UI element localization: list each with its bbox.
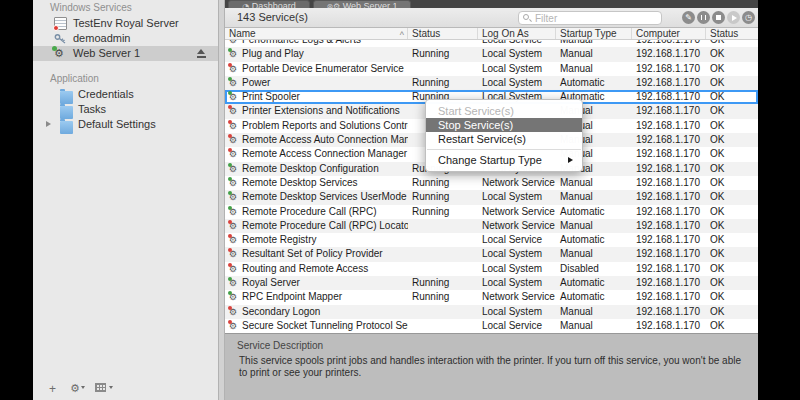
- sidebar-item-label: Default Settings: [78, 118, 156, 130]
- sidebar-item-default-settings[interactable]: Default Settings: [33, 117, 218, 132]
- health-cell: OK: [706, 90, 758, 104]
- service-name: Remote Desktop Services: [242, 177, 358, 188]
- table-row[interactable]: ⚙Remote Procedure Call (RPC)RunningNetwo…: [225, 205, 758, 219]
- sidebar-item-label: Web Server 1: [73, 47, 140, 59]
- table-row[interactable]: ⚙Remote Desktop ServicesRunningNetwork S…: [225, 176, 758, 190]
- pause-button[interactable]: [697, 11, 710, 24]
- service-name: Remote Access Auto Connection Manager: [242, 134, 408, 145]
- service-gear-icon: ⚙: [229, 233, 242, 247]
- sidebar-item-credentials[interactable]: Credentials: [33, 87, 218, 102]
- pause-icon: [701, 15, 706, 20]
- status-cell: Running: [408, 47, 478, 61]
- stop-button[interactable]: [712, 11, 725, 24]
- health-cell: OK: [706, 205, 758, 219]
- log-on-as-cell: Local System: [478, 62, 556, 76]
- table-row[interactable]: ⚙Royal ServerRunningLocal SystemAutomati…: [225, 276, 758, 290]
- sidebar-splitter[interactable]: [218, 0, 225, 400]
- service-name-cell: ⚙Remote Desktop Configuration: [225, 162, 408, 176]
- service-gear-icon: ⚙: [229, 147, 242, 161]
- startup-type-cell: Automatic: [556, 233, 632, 247]
- column-header-computer-name[interactable]: Computer Name: [632, 28, 706, 39]
- table-row[interactable]: ⚙Remote Procedure Call (RPC) LocatorNetw…: [225, 219, 758, 233]
- gear-menu-button[interactable]: ⚙: [70, 382, 80, 396]
- service-name-cell: ⚙Routing and Remote Access: [225, 262, 408, 276]
- status-cell: [408, 62, 478, 76]
- menu-item-start-service[interactable]: Start Service(s): [426, 104, 582, 118]
- table-row[interactable]: ⚙Routing and Remote AccessLocal SystemDi…: [225, 262, 758, 276]
- table-row[interactable]: ⚙Plug and PlayRunningLocal SystemManual1…: [225, 47, 758, 61]
- table-row[interactable]: ⚙Remote Desktop Services UserMode Por...…: [225, 190, 758, 204]
- status-cell: Running: [408, 276, 478, 290]
- column-header-name[interactable]: Name ^: [225, 28, 408, 39]
- service-name: Secondary Logon: [242, 306, 320, 317]
- menu-item-change-startup-type[interactable]: Change Startup Type: [426, 153, 582, 167]
- start-button[interactable]: [727, 11, 740, 24]
- tab-bar: ◔ Dashboard ⊗⚙ Web Server 1: [225, 0, 758, 8]
- tab-web-server-1[interactable]: ⊗⚙ Web Server 1: [313, 0, 411, 8]
- computer-name-cell: 192.168.1.170: [632, 205, 706, 219]
- computer-name-cell: 192.168.1.170: [632, 276, 706, 290]
- log-on-as-cell: Local Service: [478, 40, 556, 47]
- service-name: Secure Socket Tunneling Protocol Service: [242, 320, 408, 331]
- refresh-button[interactable]: ◷: [742, 11, 755, 24]
- sidebar-item-label: demoadmin: [73, 32, 130, 44]
- table-row[interactable]: ⚙Performance Logs & AlertsLocal ServiceM…: [225, 40, 758, 47]
- health-cell: OK: [706, 76, 758, 90]
- service-name-cell: ⚙Printer Extensions and Notifications: [225, 104, 408, 118]
- startup-type-cell: Disabled: [556, 262, 632, 276]
- table-row[interactable]: ⚙Resultant Set of Policy ProviderLocal S…: [225, 247, 758, 261]
- service-name-cell: ⚙Remote Procedure Call (RPC) Locator: [225, 219, 408, 233]
- edit-button[interactable]: ✎: [682, 11, 695, 24]
- tab-dashboard[interactable]: ◔ Dashboard: [228, 0, 310, 8]
- column-header-status[interactable]: Status: [408, 28, 478, 39]
- menu-item-stop-service[interactable]: Stop Service(s): [426, 118, 582, 132]
- health-cell: OK: [706, 133, 758, 147]
- computer-name-cell: 192.168.1.170: [632, 62, 706, 76]
- column-header-log-on-as[interactable]: Log On As: [478, 28, 556, 39]
- service-name-cell: ⚙Resultant Set of Policy Provider: [225, 247, 408, 261]
- table-row[interactable]: ⚙Secure Socket Tunneling Protocol Servic…: [225, 319, 758, 333]
- view-menu-button[interactable]: [95, 383, 106, 392]
- service-name: Remote Desktop Services UserMode Por...: [242, 191, 408, 202]
- status-cell: [408, 233, 478, 247]
- eject-icon[interactable]: [197, 49, 206, 58]
- table-row[interactable]: ⚙Portable Device Enumerator ServiceLocal…: [225, 62, 758, 76]
- service-name: Remote Procedure Call (RPC): [242, 206, 377, 217]
- table-row[interactable]: ⚙PowerRunningLocal SystemAutomatic192.16…: [225, 76, 758, 90]
- status-cell: [408, 262, 478, 276]
- computer-name-cell: 192.168.1.170: [632, 119, 706, 133]
- toolbar: 143 Service(s) ✎ ◷: [225, 8, 758, 28]
- status-cell: [408, 247, 478, 261]
- context-menu: Start Service(s) Stop Service(s) Restart…: [425, 99, 583, 172]
- service-gear-icon: ⚙: [229, 76, 242, 90]
- table-row[interactable]: ⚙Remote RegistryLocal ServiceAutomatic19…: [225, 233, 758, 247]
- filter-input[interactable]: [518, 11, 662, 25]
- column-header-status-2[interactable]: Status: [706, 28, 758, 39]
- service-name-cell: ⚙Remote Access Connection Manager: [225, 147, 408, 161]
- health-cell: OK: [706, 104, 758, 118]
- service-gear-icon: ⚙: [229, 90, 242, 104]
- sidebar-item-tasks[interactable]: Tasks: [33, 102, 218, 117]
- computer-name-cell: 192.168.1.170: [632, 90, 706, 104]
- log-on-as-cell: Local System: [478, 76, 556, 90]
- service-name: Remote Access Connection Manager: [242, 148, 407, 159]
- service-name-cell: ⚙Remote Registry: [225, 233, 408, 247]
- computer-name-cell: 192.168.1.170: [632, 104, 706, 118]
- health-cell: OK: [706, 190, 758, 204]
- disclosure-triangle-icon[interactable]: [46, 121, 51, 127]
- sidebar-item-web-server-1[interactable]: ⚙Web Server 1: [33, 46, 218, 61]
- service-name: RPC Endpoint Mapper: [242, 291, 342, 302]
- sidebar-item-testenv-royal-server[interactable]: TestEnv Royal Server: [33, 16, 218, 31]
- sidebar-item-demoadmin[interactable]: demoadmin: [33, 31, 218, 46]
- status-cell: [408, 305, 478, 319]
- service-gear-icon: ⚙: [229, 205, 242, 219]
- computer-name-cell: 192.168.1.170: [632, 219, 706, 233]
- table-row[interactable]: ⚙Secondary LogonLocal SystemManual192.16…: [225, 305, 758, 319]
- screen: Windows ServicesTestEnv Royal Serverdemo…: [0, 0, 800, 400]
- menu-item-restart-service[interactable]: Restart Service(s): [426, 132, 582, 146]
- service-name: Resultant Set of Policy Provider: [242, 248, 383, 259]
- table-row[interactable]: ⚙RPC Endpoint MapperRunningNetwork Servi…: [225, 290, 758, 304]
- column-header-startup-type[interactable]: Startup Type: [556, 28, 632, 39]
- health-cell: OK: [706, 262, 758, 276]
- add-button[interactable]: +: [49, 382, 56, 396]
